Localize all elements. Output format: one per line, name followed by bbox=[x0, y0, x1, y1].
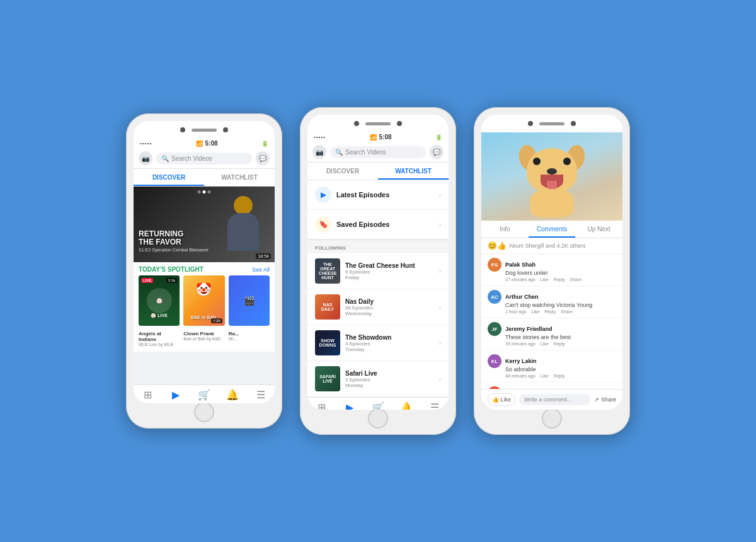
header-bar-2: 📷 🔍 Search Videos 💬 bbox=[307, 142, 449, 163]
spotlight-header: TODAY'S SPOTLIGHT See All bbox=[134, 262, 275, 275]
clown-icon: 🤡 bbox=[196, 282, 212, 297]
hero-duration: 18:54 bbox=[256, 253, 271, 259]
comment-text-0: Dog lovers unite! bbox=[505, 270, 616, 276]
latest-label: Latest Episodes bbox=[336, 191, 439, 199]
item-2-title: Clown Prank bbox=[183, 331, 224, 337]
nav-video-2[interactable]: ▶ bbox=[336, 401, 364, 410]
camera-btn[interactable]: 📷 bbox=[139, 151, 152, 165]
phone-1-bottom bbox=[134, 403, 275, 421]
camera-2 bbox=[354, 121, 359, 126]
comment-4: AT Adele Teoh bbox=[481, 383, 622, 389]
camera-btn-2[interactable]: 📷 bbox=[312, 145, 326, 159]
search-bar-1[interactable]: 🔍 Search Videos bbox=[156, 153, 252, 164]
search-bar-2[interactable]: 🔍 Search Videos bbox=[330, 146, 426, 158]
reply-action-1[interactable]: Reply bbox=[544, 309, 556, 314]
tab-upnext[interactable]: Up Next bbox=[575, 221, 622, 238]
show-title-3: Safari Live bbox=[345, 370, 439, 377]
camera-3 bbox=[528, 121, 533, 126]
comment-body-0: Palak Shah Dog lovers unite! 27 minutes … bbox=[505, 258, 616, 282]
like-action-0[interactable]: Like bbox=[541, 277, 549, 282]
mlb-logo: ⚾ bbox=[147, 288, 172, 313]
nav-bell-2[interactable]: 🔔 bbox=[392, 401, 420, 410]
spotlight-item-3[interactable]: 🎬 bbox=[229, 275, 270, 326]
comment-meta-3: 48 minutes ago Like Reply bbox=[505, 374, 616, 378]
home-button-3[interactable] bbox=[542, 408, 562, 429]
like-action-2[interactable]: Like bbox=[541, 342, 549, 346]
dot-active bbox=[203, 190, 206, 193]
like-button[interactable]: 👍 Like bbox=[488, 393, 515, 406]
comment-bar: 👍 Like Write a comment... ↗ Share bbox=[481, 389, 622, 410]
share-action-1[interactable]: Share bbox=[561, 309, 573, 314]
nav-store-1[interactable]: 🛒 bbox=[190, 389, 219, 401]
tab-info[interactable]: Info bbox=[481, 221, 529, 238]
show-row-0[interactable]: THE GREATCHEESEHUNT The Great Cheese Hun… bbox=[307, 253, 449, 289]
header-bar-1: 📷 🔍 Search Videos 💬 bbox=[134, 148, 275, 169]
signal-2: ••••• bbox=[314, 134, 326, 140]
home-button-2[interactable] bbox=[368, 408, 388, 429]
show-thumb-2: SHOWDOWNS bbox=[315, 330, 340, 355]
signal-dots: ••••• bbox=[140, 141, 152, 146]
tab-watchlist-1[interactable]: WATCHLIST bbox=[204, 169, 275, 186]
live-badge-1: LIVE bbox=[141, 278, 153, 283]
nav-store-2[interactable]: 🛒 bbox=[364, 401, 392, 410]
see-all-btn[interactable]: See All bbox=[252, 267, 270, 273]
search-icon-2: 🔍 bbox=[335, 149, 343, 156]
comment-body-1: Arthur Chen Can't stop watching Victoria… bbox=[505, 290, 616, 314]
nav-menu-2[interactable]: ☰ bbox=[420, 401, 449, 410]
saved-label: Saved Episodes bbox=[336, 221, 439, 228]
hero-video[interactable]: RETURNING THE FAVOR S1:E2 Operation Comb… bbox=[134, 187, 275, 262]
nav-video-1[interactable]: ▶ bbox=[162, 389, 190, 401]
spotlight-section: TODAY'S SPOTLIGHT See All ⚾ ⚾ LIVE LIVE bbox=[134, 262, 275, 352]
tab-watchlist-2[interactable]: WATCHLIST bbox=[378, 163, 449, 180]
comment-body-3: Kerry Lakin So adorable 48 minutes ago L… bbox=[505, 354, 616, 378]
reply-action-0[interactable]: Reply bbox=[554, 277, 565, 282]
spotlight-item-2[interactable]: 🤡 BAE or BAIL 7:28 bbox=[183, 275, 224, 326]
item-3-label: Ra... Mi... bbox=[229, 331, 270, 347]
search-placeholder-1: Search Videos bbox=[171, 155, 212, 162]
comment-0: PS Palak Shah Dog lovers unite! 27 minut… bbox=[481, 254, 622, 286]
nav-home-1[interactable]: ⊞ bbox=[134, 389, 162, 401]
share-action-0[interactable]: Share bbox=[570, 277, 581, 282]
show-episodes-0: 6 Episodes bbox=[345, 269, 439, 275]
show-row-3[interactable]: SAFARILIVE Safari Live 3 Episodes Monday… bbox=[307, 361, 449, 397]
latest-episodes-row[interactable]: ▶ Latest Episodes › bbox=[307, 180, 449, 210]
chevron-2: › bbox=[439, 340, 441, 347]
comment-input[interactable]: Write a comment... bbox=[519, 394, 590, 405]
reply-action-3[interactable]: Reply bbox=[554, 374, 565, 378]
messenger-btn-1[interactable]: 💬 bbox=[256, 151, 270, 165]
show-episodes-2: 4 Episodes bbox=[345, 341, 439, 347]
tab-discover-1[interactable]: DISCOVER bbox=[134, 169, 204, 186]
comment-1: AC Arthur Chen Can't stop watching Victo… bbox=[481, 286, 622, 318]
tab-discover-2[interactable]: DISCOVER bbox=[307, 163, 378, 180]
comment-meta-2: 39 minutes ago Like Reply bbox=[505, 342, 616, 346]
chevron-1: › bbox=[439, 304, 441, 311]
show-row-2[interactable]: SHOWDOWNS The Showdown 4 Episodes Tuesda… bbox=[307, 325, 449, 361]
messenger-btn-2[interactable]: 💬 bbox=[430, 145, 444, 159]
saved-episodes-row[interactable]: 🔖 Saved Episodes › bbox=[307, 210, 449, 239]
spacer-1 bbox=[134, 352, 275, 384]
show-day-2: Tuesday bbox=[345, 347, 439, 352]
show-row-1[interactable]: NASDAILY Nas Daily 38 Episodes Wednesday… bbox=[307, 289, 449, 325]
tab-comments[interactable]: Comments bbox=[529, 221, 576, 238]
share-button[interactable]: ↗ Share bbox=[594, 396, 616, 403]
phone-2-bottom bbox=[307, 410, 449, 427]
dot bbox=[198, 190, 201, 193]
speaker-2 bbox=[365, 122, 391, 125]
nav-menu-1[interactable]: ☰ bbox=[246, 389, 275, 401]
comment-2: JF Jeremy Friedland These stories are th… bbox=[481, 318, 622, 350]
speaker-3 bbox=[539, 122, 564, 125]
spotlight-item-1[interactable]: ⚾ ⚾ LIVE LIVE 5.5k bbox=[139, 275, 180, 326]
nav-bell-1[interactable]: 🔔 bbox=[218, 389, 246, 401]
commenter-name-1: Arthur Chen bbox=[505, 294, 539, 300]
reply-action-2[interactable]: Reply bbox=[554, 342, 565, 346]
like-action-1[interactable]: Like bbox=[531, 309, 539, 314]
avatar-2: JF bbox=[488, 322, 501, 336]
home-button-1[interactable] bbox=[194, 402, 214, 422]
nav-home-2[interactable]: ⊞ bbox=[307, 401, 336, 410]
status-bar-2: ••••• 📶 5:08 🔋 bbox=[307, 132, 449, 142]
thumb-text-3: SAFARILIVE bbox=[315, 366, 340, 391]
latest-icon: ▶ bbox=[315, 187, 331, 203]
reaction-emojis: 😊👍 bbox=[488, 241, 507, 250]
commenter-name-3: Kerry Lakin bbox=[505, 358, 537, 364]
like-action-3[interactable]: Like bbox=[541, 374, 549, 378]
